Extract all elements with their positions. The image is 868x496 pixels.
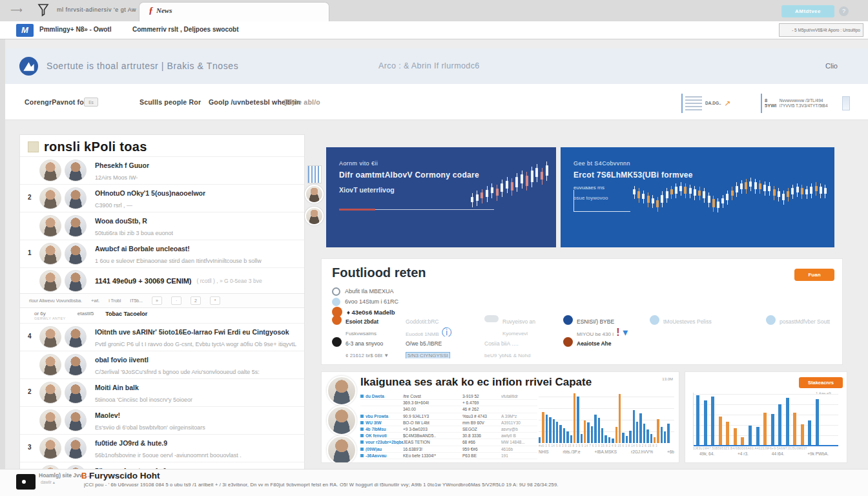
nav-item-4[interactable]: [Ryte abl/o [284, 98, 320, 106]
consent-logo-icon [16, 474, 36, 490]
nav-item-2[interactable]: Scullls people Ror [140, 98, 201, 106]
featured-cta-button[interactable]: Fuan [794, 269, 834, 281]
dot-icon [360, 415, 364, 418]
person-list-item[interactable]: 2Moiti Ain balk5tiinooa 'Cinciisc bol in… [20, 378, 304, 406]
table-row[interactable]: -36AavvauKEo befe 13304!*P63 BE191 [360, 453, 537, 459]
rank-label: 3 [28, 444, 32, 451]
candle [541, 158, 543, 222]
person-list-item[interactable]: Wooa douStb, R50tuti6ra Ibi zib 3 boua e… [20, 212, 304, 240]
analyst-avatar-3[interactable] [327, 435, 356, 463]
hero-kicker-2: Gee bt S4Cobvvnnn [574, 160, 630, 167]
candle [496, 158, 499, 222]
subtab-3[interactable]: Tobac Tacoelor [105, 311, 147, 317]
header-right-link[interactable]: Clio [825, 62, 838, 70]
sub-tabs[interactable]: or 6yGERWLY ANTEYetastil5Tobac Tacoelor [20, 307, 304, 323]
table-row[interactable]: (09W)au16.6389'3!959 €#64616b [360, 446, 537, 453]
table-row[interactable]: 369.3 6t+604t+ 6.4769 [360, 400, 537, 406]
table-row[interactable]: OK fenvoti$C4M3BwAND5..30.8 3336awtytl B [360, 433, 537, 439]
item-line2: Euodoti 1NMB [406, 331, 439, 336]
cell-value-2: mm B9 60V [462, 420, 501, 425]
featured-item[interactable]: Esoiot 2bdatFuskvwsaims [332, 315, 404, 336]
ticker-widget-2[interactable]: 8 5YWB Nvvwvvwvvw /3/TL/494 i7YVVt5 T.3V… [761, 94, 852, 113]
avatar [39, 382, 61, 404]
hero-card-market-2[interactable]: Gee bt S4Cobvvnnn Ercot 7S6LhMK53(UBi fo… [561, 147, 834, 247]
candle [684, 167, 687, 223]
subtab-2[interactable]: etastil5 [78, 311, 94, 316]
bar [639, 413, 641, 443]
toolbar-item[interactable]: i Trobl [108, 298, 121, 303]
list-toolbar[interactable]: rlour Aliwevu Vovundbsba.+wt.i TroblIT5b… [20, 293, 304, 307]
pager-button[interactable]: · [171, 296, 181, 305]
person-subtitle: 50tuti6ra Ibi zib 3 boua euonot [95, 230, 173, 236]
tab-title: News [156, 6, 172, 14]
featured-grid: Esoiot 2bdatFuskvwsaimsGoddotit:bRCEuodo… [332, 315, 833, 358]
bar [711, 397, 714, 446]
toolbar-item[interactable]: +wt. [91, 298, 99, 303]
help-icon[interactable]: ? [839, 6, 849, 16]
table-row[interactable]: 340.0046 # 262 [360, 406, 537, 413]
baseline [694, 445, 838, 446]
toolbar-item[interactable]: rlour Aliwevu Vovundbsba. [29, 298, 82, 303]
address-bar-text[interactable]: ml fnrvsit-adinersiv 'e gt Aw [57, 6, 136, 13]
table-row[interactable]: WU 3tWBO-O IW L4btmm B9 60VA3911Y30 [360, 420, 537, 426]
hero-card-market-1[interactable]: Aornm vito €ii Difr oamtmtAlbovV Cormony… [326, 147, 556, 247]
analyst-avatar-1[interactable] [327, 376, 356, 406]
table-row[interactable]: vbu Prowta90.9 9J4L1Y3%su3 # 4743A 39M*z [360, 413, 537, 420]
table-row[interactable]: du Dweta/tre Covst3-919 52vfutalitidr [360, 393, 537, 400]
candle [717, 167, 719, 223]
nav-item-1[interactable]: CorengrPavnot for [25, 98, 87, 106]
person-list-item[interactable]: 3fu0tide JO9rd & hute.956b1nofsbovine ir… [20, 434, 304, 462]
bar [626, 436, 628, 443]
ticker-list-item[interactable]: 1141 49e0u9 + 30069 CENIM)( rcotll ) , »… [20, 267, 304, 293]
brand-logo-icon[interactable] [19, 57, 38, 76]
person-list-item[interactable]: 4IOitnth uve sARINr' 5ioto16Eo-larrao Fw… [20, 323, 304, 351]
chart-x-labels: NHISrbts./3P.e+IBA.MSKSr2GJ.hVV%+6b [539, 450, 674, 454]
featured-item[interactable]: tMoUesteves Peliss [650, 315, 765, 336]
dot-icon [360, 440, 364, 444]
autocomplete-suggestion[interactable]: - 5 M5put/vvV6$/4t Aporo : Unsultipo [779, 23, 863, 37]
bookmark-item-1[interactable]: Pmmlingy+ N8» - Owotl [39, 26, 111, 33]
ticker-widget-1[interactable]: DA.DG.. ↗ [681, 94, 734, 113]
avatar [39, 160, 61, 181]
cell-value-1: 16.6389'3! [403, 447, 462, 451]
earnings-ticks: 3J€3U1M47.50B5953Z3.B4/6B0D06A93.A4323J9… [693, 447, 838, 450]
pager-button[interactable]: * [210, 296, 220, 305]
floating-avatar-1[interactable] [305, 185, 324, 203]
candle [782, 167, 785, 223]
back-icon[interactable]: ⟶ [10, 5, 21, 15]
person-list-item[interactable]: Phesekh f Guuor12Airs Moos IW- [20, 156, 304, 184]
bar [570, 435, 572, 443]
person-list-item[interactable]: 1Awubcf ai Borbale uncleoast!1 6ou e sul… [20, 240, 304, 267]
filter-funnel-icon[interactable] [37, 3, 50, 19]
person-list-item[interactable]: 2OHnotuO nOky'1 5(ous)naooelworC3900 rsr… [20, 184, 304, 212]
person-list-item[interactable]: obal fovio iiventlC/3erlival '9JoSCu'sfn… [20, 351, 304, 378]
table-row[interactable]: vour r23ubr+2bgbauJEAS TETION68 #66MW 14… [360, 439, 537, 446]
featured-item[interactable]: posastMdfvber Soutt [766, 315, 840, 336]
featured-item[interactable]: ESNISI/) BYBEMIYOU be 430 i ! ▾ [563, 315, 648, 336]
subtab-1[interactable]: or 6yGERWLY ANTEY [34, 311, 66, 320]
featured-item[interactable]: O/we b5./IBRE5/N3 CIYNGYSSI [406, 336, 483, 358]
analyst-avatar-2[interactable] [327, 406, 356, 435]
person-subtitle: Pvttl groniC P6 ul t I ravvo doo G-csnt,… [95, 341, 296, 347]
browser-tab[interactable]: ƒ News [139, 2, 329, 21]
featured-item[interactable]: Goddotit:bRCEuodoti 1NMB ⓘ [406, 315, 483, 336]
featured-item[interactable]: Aeaiotse Ahe [563, 336, 648, 358]
pager-button[interactable]: 2 [191, 296, 201, 305]
featured-item[interactable]: 6-3 ana snyvoo¢ 21612 br$ 6Bt ▼ [332, 336, 404, 358]
site-logo[interactable]: M [16, 24, 34, 37]
avatar [39, 187, 61, 209]
dot-icon [360, 434, 364, 437]
floating-avatar-2[interactable] [305, 207, 324, 225]
toggle-icon[interactable] [484, 315, 499, 322]
featured-item[interactable]: Ruvyeisvo anKyomevevi [484, 315, 562, 336]
person-list-item[interactable]: Maolev!Es'sviio di 6'obal bswbtvlton' oi… [20, 406, 304, 434]
earnings-cta-button[interactable]: Stakeacnrs [799, 377, 843, 388]
table-row[interactable]: 4b 7IbMsu+9 3-6w0203SEGOZasvry@b [360, 426, 537, 433]
bookmark-item-2[interactable]: Commerriv rslt , Deljpoes swocobt [132, 26, 239, 33]
featured-item[interactable]: Cosiia biiA ….beU9 'ybN& & Nohd [484, 336, 562, 358]
x-label: +6b [667, 450, 674, 454]
subscribe-button[interactable]: AMtdtvee [781, 5, 834, 17]
toolbar-item[interactable]: IT5b... [130, 298, 143, 303]
site-header: Soertute is thoal artrutesr | Brakis & T… [5, 48, 868, 84]
pager-button[interactable]: » [152, 296, 162, 305]
